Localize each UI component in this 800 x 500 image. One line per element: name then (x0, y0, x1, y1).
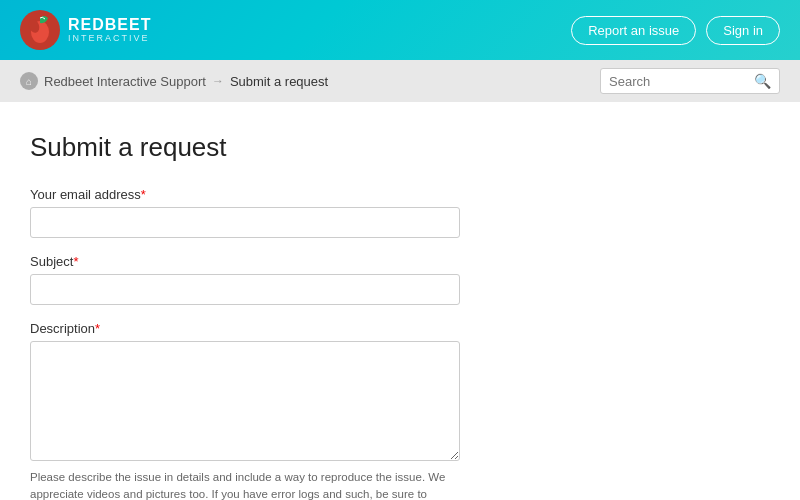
search-input[interactable] (609, 74, 754, 89)
description-hint: Please describe the issue in details and… (30, 469, 460, 500)
search-box[interactable]: 🔍 (600, 68, 780, 94)
signin-button[interactable]: Sign in (706, 16, 780, 45)
page-title: Submit a request (30, 132, 770, 163)
logo-area: REDBEET INTERACTIVE (20, 10, 151, 50)
description-form-group: Description* Please describe the issue i… (30, 321, 770, 500)
main-content: Submit a request Your email address* Sub… (0, 102, 800, 500)
description-label: Description* (30, 321, 770, 336)
logo-redbeet-label: REDBEET (68, 17, 151, 33)
header-nav: Report an issue Sign in (571, 16, 780, 45)
header: REDBEET INTERACTIVE Report an issue Sign… (0, 0, 800, 60)
email-input[interactable] (30, 207, 460, 238)
logo-text: REDBEET INTERACTIVE (68, 17, 151, 43)
redbeet-logo-icon (20, 10, 60, 50)
breadcrumb-parent-link[interactable]: Redbeet Interactive Support (44, 74, 206, 89)
email-form-group: Your email address* (30, 187, 770, 238)
subject-label: Subject* (30, 254, 770, 269)
report-issue-button[interactable]: Report an issue (571, 16, 696, 45)
logo-interactive-label: INTERACTIVE (68, 33, 151, 43)
subject-form-group: Subject* (30, 254, 770, 305)
subject-input[interactable] (30, 274, 460, 305)
description-textarea[interactable] (30, 341, 460, 461)
breadcrumb-current: Submit a request (230, 74, 328, 89)
breadcrumb-separator: → (212, 74, 224, 88)
breadcrumb: ⌂ Redbeet Interactive Support → Submit a… (20, 72, 328, 90)
home-icon: ⌂ (20, 72, 38, 90)
search-icon: 🔍 (754, 73, 771, 89)
email-label: Your email address* (30, 187, 770, 202)
breadcrumb-bar: ⌂ Redbeet Interactive Support → Submit a… (0, 60, 800, 102)
